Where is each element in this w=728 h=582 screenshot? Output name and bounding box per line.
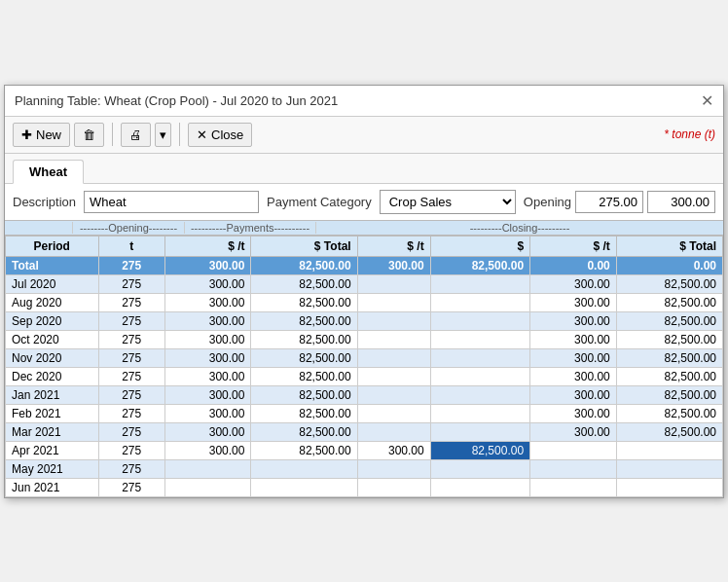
- cell-dpt[interactable]: 300.00: [164, 256, 251, 274]
- cell-dtotal[interactable]: [251, 478, 357, 496]
- cell-pdpt[interactable]: [357, 478, 430, 496]
- opening-rate-input[interactable]: [647, 191, 715, 213]
- opening-t-input[interactable]: [575, 191, 643, 213]
- cell-t[interactable]: 275: [98, 274, 164, 293]
- cell-pdpt[interactable]: [357, 459, 430, 478]
- cell-pdpt[interactable]: [357, 311, 430, 330]
- cell-dtotal[interactable]: 82,500.00: [251, 385, 357, 404]
- cell-t[interactable]: 275: [98, 422, 164, 441]
- cell-cdpt[interactable]: 300.00: [530, 385, 617, 404]
- cell-dtotal[interactable]: 82,500.00: [251, 348, 357, 367]
- cell-ctotal[interactable]: 82,500.00: [616, 404, 722, 422]
- cell-dpt[interactable]: 300.00: [164, 422, 251, 441]
- table-row[interactable]: Aug 2020275300.0082,500.00300.0082,500.0…: [6, 293, 723, 311]
- cell-cdpt[interactable]: 300.00: [530, 274, 617, 293]
- cell-t[interactable]: 275: [98, 441, 164, 459]
- cell-dtotal[interactable]: 82,500.00: [251, 330, 357, 348]
- cell-dtotal[interactable]: 82,500.00: [251, 441, 357, 459]
- cell-t[interactable]: 275: [98, 348, 164, 367]
- cell-dpt[interactable]: 300.00: [164, 441, 251, 459]
- cell-ctotal[interactable]: [616, 459, 722, 478]
- print-button[interactable]: 🖨: [121, 123, 151, 147]
- table-row[interactable]: Apr 2021275300.0082,500.00300.0082,500.0…: [6, 441, 723, 459]
- cell-dtotal[interactable]: 82,500.00: [251, 311, 357, 330]
- cell-dpt[interactable]: [164, 459, 251, 478]
- cell-dpt[interactable]: 300.00: [164, 293, 251, 311]
- cell-pdollar[interactable]: [430, 311, 529, 330]
- table-row[interactable]: Jan 2021275300.0082,500.00300.0082,500.0…: [6, 385, 723, 404]
- cell-ctotal[interactable]: 82,500.00: [616, 385, 722, 404]
- description-input[interactable]: [84, 191, 259, 213]
- cell-dtotal[interactable]: 82,500.00: [251, 367, 357, 385]
- cell-pdollar[interactable]: [430, 385, 529, 404]
- cell-cdpt[interactable]: 300.00: [530, 330, 617, 348]
- cell-pdollar[interactable]: [430, 274, 529, 293]
- cell-dtotal[interactable]: 82,500.00: [251, 293, 357, 311]
- cell-pdpt[interactable]: [357, 348, 430, 367]
- table-row[interactable]: Jul 2020275300.0082,500.00300.0082,500.0…: [6, 274, 723, 293]
- table-row[interactable]: Total275300.0082,500.00300.0082,500.000.…: [6, 256, 723, 274]
- cell-t[interactable]: 275: [98, 293, 164, 311]
- cell-period[interactable]: Dec 2020: [6, 367, 99, 385]
- cell-dtotal[interactable]: 82,500.00: [251, 422, 357, 441]
- cell-t[interactable]: 275: [98, 311, 164, 330]
- print-dropdown-button[interactable]: ▾: [155, 123, 171, 147]
- cell-pdpt[interactable]: [357, 404, 430, 422]
- cell-cdpt[interactable]: 0.00: [530, 256, 617, 274]
- delete-button[interactable]: 🗑: [74, 123, 104, 147]
- cell-pdollar[interactable]: [430, 330, 529, 348]
- cell-ctotal[interactable]: [616, 478, 722, 496]
- cell-t[interactable]: 275: [98, 459, 164, 478]
- cell-pdpt[interactable]: 300.00: [357, 441, 430, 459]
- cell-ctotal[interactable]: [616, 441, 722, 459]
- table-row[interactable]: Mar 2021275300.0082,500.00300.0082,500.0…: [6, 422, 723, 441]
- new-button[interactable]: ✚ New: [13, 123, 70, 147]
- cell-pdpt[interactable]: [357, 330, 430, 348]
- cell-cdpt[interactable]: 300.00: [530, 293, 617, 311]
- cell-dpt[interactable]: 300.00: [164, 330, 251, 348]
- cell-dtotal[interactable]: 82,500.00: [251, 274, 357, 293]
- cell-cdpt[interactable]: [530, 459, 617, 478]
- cell-cdpt[interactable]: [530, 478, 617, 496]
- table-row[interactable]: Oct 2020275300.0082,500.00300.0082,500.0…: [6, 330, 723, 348]
- cell-pdollar[interactable]: [430, 459, 529, 478]
- cell-cdpt[interactable]: 300.00: [530, 311, 617, 330]
- cell-ctotal[interactable]: 0.00: [616, 256, 722, 274]
- cell-dpt[interactable]: 300.00: [164, 311, 251, 330]
- cell-ctotal[interactable]: 82,500.00: [616, 367, 722, 385]
- cell-t[interactable]: 275: [98, 256, 164, 274]
- cell-period[interactable]: Sep 2020: [6, 311, 99, 330]
- cell-ctotal[interactable]: 82,500.00: [616, 422, 722, 441]
- cell-period[interactable]: Jul 2020: [6, 274, 99, 293]
- title-bar-close-button[interactable]: ✕: [701, 91, 713, 110]
- cell-dtotal[interactable]: 82,500.00: [251, 404, 357, 422]
- cell-ctotal[interactable]: 82,500.00: [616, 293, 722, 311]
- table-row[interactable]: Sep 2020275300.0082,500.00300.0082,500.0…: [6, 311, 723, 330]
- cell-pdollar[interactable]: [430, 404, 529, 422]
- cell-dpt[interactable]: 300.00: [164, 274, 251, 293]
- cell-period[interactable]: May 2021: [6, 459, 99, 478]
- cell-pdollar[interactable]: [430, 422, 529, 441]
- cell-pdollar[interactable]: [430, 293, 529, 311]
- table-row[interactable]: Jun 2021275: [6, 478, 723, 496]
- cell-cdpt[interactable]: [530, 441, 617, 459]
- tab-wheat[interactable]: Wheat: [13, 160, 84, 184]
- cell-dtotal[interactable]: 82,500.00: [251, 256, 357, 274]
- cell-dpt[interactable]: 300.00: [164, 404, 251, 422]
- table-row[interactable]: Feb 2021275300.0082,500.00300.0082,500.0…: [6, 404, 723, 422]
- close-button[interactable]: ✕ Close: [188, 123, 252, 147]
- cell-t[interactable]: 275: [98, 385, 164, 404]
- cell-cdpt[interactable]: 300.00: [530, 422, 617, 441]
- payment-category-select[interactable]: Crop Sales Other: [380, 190, 516, 214]
- table-row[interactable]: Dec 2020275300.0082,500.00300.0082,500.0…: [6, 367, 723, 385]
- cell-pdpt[interactable]: [357, 367, 430, 385]
- cell-period[interactable]: Total: [6, 256, 99, 274]
- cell-pdpt[interactable]: [357, 422, 430, 441]
- cell-period[interactable]: Jan 2021: [6, 385, 99, 404]
- cell-ctotal[interactable]: 82,500.00: [616, 311, 722, 330]
- cell-period[interactable]: Jun 2021: [6, 478, 99, 496]
- cell-period[interactable]: Aug 2020: [6, 293, 99, 311]
- cell-period[interactable]: Mar 2021: [6, 422, 99, 441]
- cell-pdollar[interactable]: [430, 478, 529, 496]
- cell-dpt[interactable]: 300.00: [164, 385, 251, 404]
